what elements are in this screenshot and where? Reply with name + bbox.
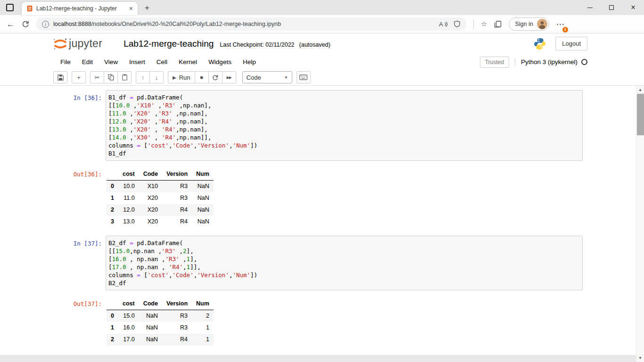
code-cell[interactable]: In [37]:B2_df = pd.DataFrame([[15.0,np.n… <box>57 236 583 346</box>
restart-kernel-button[interactable] <box>208 71 223 83</box>
cell-output-row: Out[36]:costCodeVersionNum010.0X10R3NaN1… <box>57 167 583 228</box>
toolbar-divider <box>473 20 474 29</box>
table-row: 313.0X20R4NaN <box>107 216 214 228</box>
code-line: [14.0 ,'X30' , 'R4',np.nan]], <box>108 133 580 141</box>
maximize-icon <box>609 5 614 10</box>
tab-close-icon[interactable]: × <box>127 5 135 12</box>
avatar <box>537 19 547 29</box>
table-cell: R3 <box>162 310 192 322</box>
browser-tab[interactable]: Lab12-merge-teaching - Jupyter × <box>22 2 138 15</box>
table-row: 010.0X10R3NaN <box>107 181 214 193</box>
table-header-row: costCodeVersionNum <box>107 298 214 310</box>
fast-forward-icon: ▶▶ <box>226 75 231 80</box>
notebook-title[interactable]: Lab12-merge-teaching <box>124 39 214 49</box>
code-editor[interactable]: B1_df = pd.DataFrame([[10.0 ,'X10' ,'R3'… <box>106 90 583 161</box>
python-logo-icon <box>534 38 546 50</box>
trusted-badge[interactable]: Trusted <box>480 57 509 68</box>
read-aloud-icon[interactable]: A <box>439 21 447 28</box>
scroll-down-arrow-icon[interactable]: ▼ <box>636 354 644 362</box>
profile-signin-button[interactable]: Sign in <box>509 17 549 31</box>
browser-navbar: ← i localhost:8888/notebooks/OneDrive%20… <box>0 15 644 33</box>
insert-cell-button[interactable]: + <box>72 71 86 83</box>
cell-type-dropdown[interactable]: Code ▼ <box>242 71 292 83</box>
vertical-scrollbar[interactable]: ▲ ▼ <box>636 86 644 362</box>
scroll-up-arrow-icon[interactable]: ▲ <box>636 86 644 94</box>
command-palette-button[interactable] <box>297 71 311 83</box>
output-area: costCodeVersionNum010.0X10R3NaN111.0X20R… <box>106 167 214 228</box>
output-area: costCodeVersionNum015.0NaNR32116.0NaNR31… <box>106 296 214 346</box>
menu-insert[interactable]: Insert <box>124 56 151 68</box>
paste-cell-button[interactable] <box>117 71 132 83</box>
up-arrow-icon: ↑ <box>141 74 145 81</box>
logout-button[interactable]: Logout <box>555 37 587 50</box>
code-line: [[15.0,np.nan ,'R3' ,2], <box>108 247 580 255</box>
minimize-icon <box>587 8 593 8</box>
minimize-button[interactable] <box>579 0 601 15</box>
code-editor[interactable]: B2_df = pd.DataFrame([[15.0,np.nan ,'R3'… <box>106 236 583 290</box>
maximize-button[interactable] <box>601 0 622 15</box>
browser-titlebar: Lab12-merge-teaching - Jupyter × + × <box>0 0 644 15</box>
cell-type-value: Code <box>247 74 261 81</box>
collections-icon[interactable] <box>494 21 502 28</box>
scrollbar-thumb[interactable] <box>637 94 644 135</box>
copy-cell-button[interactable] <box>104 71 118 83</box>
table-row: 212.0X20R4NaN <box>107 204 214 216</box>
run-label: Run <box>179 74 190 81</box>
menu-help[interactable]: Help <box>237 56 262 68</box>
save-button[interactable] <box>53 71 67 83</box>
address-bar[interactable]: i localhost:8888/notebooks/OneDrive%20-%… <box>36 17 466 31</box>
favorites-icon[interactable]: ☆ <box>481 20 487 28</box>
close-button[interactable]: × <box>622 0 644 15</box>
table-cell: 16.0 <box>118 322 139 334</box>
interrupt-kernel-button[interactable]: ■ <box>195 71 209 83</box>
jupyter-logo[interactable]: jupyter <box>53 37 102 50</box>
play-icon: ▶ <box>173 75 176 80</box>
menu-cell[interactable]: Cell <box>151 56 173 68</box>
code-line: [12.0 ,'X20' ,'R4' ,np.nan], <box>108 117 580 125</box>
input-prompt: In [37]: <box>57 236 106 247</box>
new-tab-button[interactable]: + <box>141 2 153 14</box>
output-prompt: Out[37]: <box>57 296 106 308</box>
url-text[interactable]: localhost:8888/notebooks/OneDrive%20-%20… <box>53 21 435 27</box>
jupyter-toolbar: + ✂ ↑ ↓ ▶ Run ■ ▶ <box>0 70 644 86</box>
table-cell: R3 <box>162 181 192 193</box>
shield-icon[interactable] <box>454 20 461 28</box>
table-cell: NaN <box>139 334 162 346</box>
plus-icon: + <box>77 74 81 81</box>
menu-kernel[interactable]: Kernel <box>173 56 203 68</box>
signin-label: Sign in <box>515 21 533 27</box>
menu-view[interactable]: View <box>99 56 124 68</box>
kernel-idle-indicator-icon <box>581 59 587 65</box>
output-prompt: Out[36]: <box>57 167 106 178</box>
window-frame-icon[interactable] <box>6 4 14 11</box>
column-header: Num <box>192 168 214 181</box>
menu-edit[interactable]: Edit <box>76 56 99 68</box>
kernel-area: Python 3 (ipykernel) <box>515 58 587 66</box>
code-cell[interactable]: In [36]:B1_df = pd.DataFrame([[10.0 ,'X1… <box>57 90 583 228</box>
menu-file[interactable]: File <box>55 56 76 68</box>
code-line: columns = ['cost','Code','Version','Num'… <box>108 141 580 149</box>
back-icon[interactable]: ← <box>7 20 15 28</box>
stop-icon: ■ <box>200 74 203 80</box>
table-cell: 1 <box>192 322 214 334</box>
move-cell-up-button[interactable]: ↑ <box>136 71 150 83</box>
table-cell: 17.0 <box>118 334 139 346</box>
table-cell: R3 <box>162 322 192 334</box>
restart-run-all-button[interactable]: ▶▶ <box>222 71 236 83</box>
code-line: columns = ['cost','Code','Version','Num'… <box>108 271 580 279</box>
refresh-icon[interactable] <box>22 20 29 28</box>
row-index: 0 <box>107 310 118 322</box>
column-header: Version <box>162 168 192 181</box>
run-button[interactable]: ▶ Run <box>168 71 195 83</box>
cell-input-row: In [37]:B2_df = pd.DataFrame([[15.0,np.n… <box>57 236 583 290</box>
jupyter-logo-text: jupyter <box>69 37 102 50</box>
paste-icon <box>122 74 128 81</box>
move-cell-down-button[interactable]: ↓ <box>149 71 164 83</box>
menu-widgets[interactable]: Widgets <box>203 56 237 68</box>
settings-menu-button[interactable]: ⋯ 1 <box>556 19 568 29</box>
close-icon: × <box>631 4 635 11</box>
cut-cell-button[interactable]: ✂ <box>90 71 104 83</box>
table-cell: R4 <box>162 216 192 228</box>
site-info-icon[interactable]: i <box>42 21 49 28</box>
table-cell: 12.0 <box>118 204 139 216</box>
